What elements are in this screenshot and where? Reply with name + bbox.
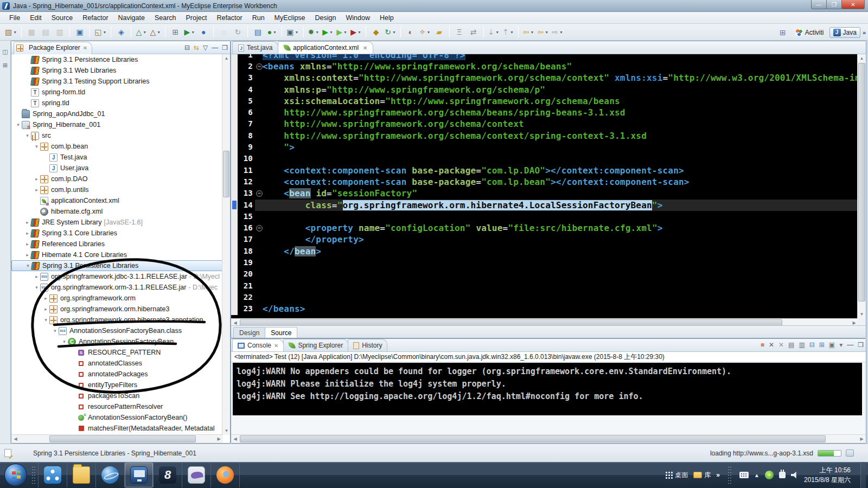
tree-item[interactable]: ▾src [11,130,223,141]
tree-item[interactable]: spring.tld [11,98,223,108]
source-tab[interactable]: Source [265,327,297,338]
collapsed-arrow-icon[interactable]: ▸ [24,220,31,225]
collapse-all-icon[interactable]: ⊟ [184,44,190,52]
xml-source-editor[interactable]: 1<?xml version="1.0" encoding="UTF-8"?>2… [231,54,858,318]
tray-chevron[interactable]: » [716,471,720,479]
expanded-arrow-icon[interactable]: ▾ [33,144,40,149]
expanded-arrow-icon[interactable]: ▾ [42,317,49,323]
expanded-arrow-icon[interactable]: ▾ [33,285,40,290]
menu-help[interactable]: Help [375,13,399,23]
tree-item[interactable]: packagesToScan [11,390,223,401]
code-line[interactable]: 2<beans xmlns="http://www.springframewor… [231,61,858,72]
minimize-button[interactable]: — [811,0,827,9]
expanded-arrow-icon[interactable]: ▾ [15,122,22,127]
menu-source[interactable]: Source [47,13,78,23]
dropdown-arrow-icon[interactable]: ▼ [143,30,146,34]
fold-marker-icon[interactable] [255,222,263,234]
editor-vertical-scrollbar[interactable]: ▲ ▼ [857,54,866,318]
expanded-arrow-icon[interactable]: ▾ [24,133,31,138]
menu-navigate[interactable]: Navigate [113,13,150,23]
convert-icon[interactable]: ⇄ [467,25,480,38]
view-menu-icon[interactable]: ▽ [203,44,208,52]
display-selected-icon[interactable]: ⊞ [819,341,825,349]
code-line[interactable]: 5 xsi:schemaLocation="http://www.springf… [231,95,858,107]
link-with-editor-icon[interactable]: ⇆ [194,44,199,52]
library-toolbar[interactable]: 库 [693,471,711,480]
menu-refactor[interactable]: Refactor [78,13,113,23]
tree-item[interactable]: ▸com.lp.untils [11,184,223,195]
code-line[interactable]: 3 xmlns:context="http://www.springframew… [231,72,858,84]
desktop-toolbar[interactable]: 桌面 [665,471,688,480]
tree-item[interactable]: ▾org.springframework.orm-3.1.1.RELEASE.j… [11,282,223,293]
restore-view-icon[interactable]: ◫ [2,48,9,55]
taskbar-app-windows-explorer[interactable] [67,463,95,487]
snippets-view-icon[interactable]: ⊞ [2,62,9,69]
search-torch-icon[interactable]: ✧▼ [418,25,432,38]
tree-item[interactable]: ▸Referenced Libraries [11,239,223,249]
taskbar-app-powerdesigner[interactable] [154,463,182,487]
dropdown-arrow-icon[interactable]: ▼ [273,30,277,34]
new-wizard-icon[interactable]: ▧▼ [4,25,18,38]
collapsed-arrow-icon[interactable]: ▸ [42,296,49,301]
expanded-arrow-icon[interactable]: ▾ [52,328,59,333]
design-tab[interactable]: Design [233,327,265,338]
tree-item[interactable]: Test.java [11,152,223,163]
open-resource-icon[interactable]: ◐ [404,25,417,38]
tree-item[interactable]: entityTypeFilters [11,380,223,390]
toolbar-overflow-chevron[interactable]: » [863,29,866,36]
code-line[interactable]: 17 </property> [231,234,858,245]
quick-launch-handle[interactable] [31,466,36,484]
run-icon[interactable]: ▶▼ [321,25,334,38]
code-line[interactable]: 8 http://www.springframework.org/schema/… [231,130,858,142]
save-all-icon[interactable]: ▤ [39,25,52,38]
tree-item[interactable]: annotatedPackages [11,369,223,380]
package-explorer-tree[interactable]: Spring 3.1 Persistence LibrariesSpring 3… [11,54,223,435]
code-line[interactable]: 22 [231,292,858,303]
debug-icon[interactable]: ✹▼ [307,25,321,38]
perspective-java[interactable]: Java [829,27,860,38]
spring-explorer-tab[interactable]: Spring Explorer [283,339,348,351]
expanded-arrow-icon[interactable]: ▾ [24,263,31,268]
last-edit-icon[interactable]: ⇦▼ [522,25,535,38]
war-export-icon[interactable]: ◈ [114,25,127,38]
deploy-server-icon[interactable]: ⊞ [169,25,182,38]
show-hidden-icons[interactable]: ▲ [754,472,760,478]
tree-item[interactable]: ▸org.springframework.jdbc-3.1.1.RELEASE.… [11,271,223,282]
collapsed-arrow-icon[interactable]: ▸ [33,274,40,279]
code-line[interactable]: 14 class="org.springframework.orm.hibern… [231,200,858,211]
back-icon[interactable]: ⇦▼ [537,25,550,38]
scroll-down-icon[interactable]: ▼ [858,310,866,318]
tree-item[interactable]: User.java [11,163,223,174]
terminate-icon[interactable]: ■ [761,341,764,349]
taskbar-app-myeclipse[interactable] [125,463,153,487]
save-icon[interactable]: ▦ [25,25,38,38]
new-package-icon[interactable]: △▼ [149,25,162,38]
tree-item[interactable]: ▸JRE System Library[JavaSE-1.6] [11,217,223,228]
dropdown-arrow-icon[interactable]: ▼ [427,30,431,34]
dropdown-arrow-icon[interactable]: ▼ [495,30,499,34]
sidebar-horizontal-scrollbar[interactable]: ◀ ▶ [11,434,223,443]
binary-doc-icon[interactable]: ▣ [73,25,86,38]
scroll-down-icon[interactable]: ▼ [222,427,231,435]
profile-icon[interactable]: ▶▼ [349,25,362,38]
dropdown-arrow-icon[interactable]: ▼ [103,30,106,34]
dropdown-arrow-icon[interactable]: ▼ [315,30,319,34]
taskbar-clock[interactable]: 上午 10:56 2015/8/8 星期六 [804,465,851,485]
menu-run[interactable]: Run [247,13,270,23]
dropdown-arrow-icon[interactable]: ▼ [13,30,17,34]
collapsed-arrow-icon[interactable]: ▸ [42,306,49,312]
tree-item[interactable]: ▾AnnotationSessionFactoryBean [11,336,223,347]
editor-tab-applicationcontext[interactable]: applicationContext.xml ✕ [278,41,373,54]
collapsed-arrow-icon[interactable]: ▸ [24,252,31,258]
menu-refactor[interactable]: Refactor [212,13,247,23]
taskbar-app-mysql-tool[interactable] [182,463,210,487]
expanded-arrow-icon[interactable]: ▾ [61,339,68,344]
code-line[interactable]: 11 <context:component-scan base-package=… [231,165,858,176]
minimize-view-icon[interactable]: — [212,44,218,52]
hourglass-icon[interactable]: Ξ [453,25,466,38]
new-report-icon[interactable]: ▤ [251,25,264,38]
view-tab-close-icon[interactable]: ✕ [83,45,87,51]
dropdown-arrow-icon[interactable]: ▼ [531,30,534,34]
tree-item[interactable]: applicationContext.xml [11,195,223,206]
code-line[interactable]: 21 [231,280,858,292]
